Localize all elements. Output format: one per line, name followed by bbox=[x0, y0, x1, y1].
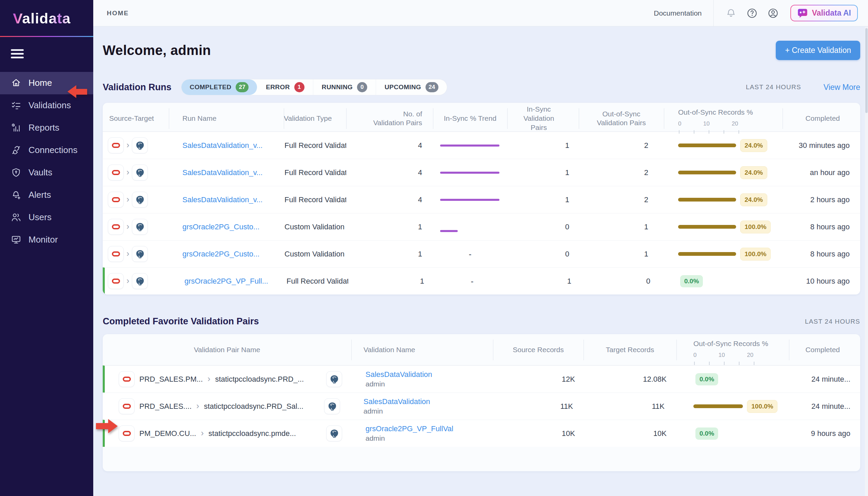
table-row: › grsOracle2PG_VP_Full... Full Record Va… bbox=[103, 267, 860, 294]
topbar-divider bbox=[713, 0, 714, 27]
menu-toggle-button[interactable] bbox=[11, 49, 24, 58]
validation-name-link[interactable]: grsOracle2PG_VP_FullVal bbox=[366, 424, 453, 433]
postgres-icon bbox=[132, 246, 148, 262]
sidebar-item-alerts[interactable]: Alerts bbox=[0, 184, 93, 206]
chevron-right-icon: › bbox=[201, 429, 204, 438]
in-sync-trend-line bbox=[440, 144, 499, 146]
run-name-link[interactable]: SalesDataValidation_v... bbox=[182, 168, 262, 177]
tab-error[interactable]: ERROR 1 bbox=[257, 79, 313, 95]
pair-source: PRD_SALES.... bbox=[139, 402, 192, 411]
column-header: Validation Name bbox=[351, 334, 493, 366]
sidebar-item-monitor[interactable]: Monitor bbox=[0, 229, 93, 251]
target-records: 10K bbox=[585, 420, 678, 447]
sidebar-item-label: Monitor bbox=[29, 234, 58, 245]
column-header: In-Sync Validation Pairs bbox=[507, 103, 579, 134]
sidebar-item-label: Validations bbox=[29, 100, 71, 111]
users-icon bbox=[11, 212, 21, 222]
table-header-row: Validation Pair Name Validation Name Sou… bbox=[103, 334, 860, 366]
validation-type: Custom Validation bbox=[284, 241, 346, 267]
validation-type: Full Record Validation bbox=[284, 132, 346, 159]
tab-upcoming[interactable]: UPCOMING 24 bbox=[376, 79, 447, 95]
sidebar-item-reports[interactable]: Reports bbox=[0, 117, 93, 139]
sidebar-item-users[interactable]: Users bbox=[0, 206, 93, 229]
chevron-right-icon: › bbox=[127, 249, 129, 259]
validation-type: Full Record Validation bbox=[284, 159, 346, 186]
percent-badge: 0.0% bbox=[680, 275, 703, 288]
scrollbar[interactable] bbox=[865, 27, 868, 496]
notifications-button[interactable] bbox=[725, 7, 737, 19]
bell-plus-icon bbox=[11, 190, 21, 200]
tab-completed[interactable]: COMPLETED 27 bbox=[181, 79, 257, 95]
in-sync-count: 1 bbox=[507, 186, 579, 213]
out-of-sync-bar bbox=[678, 252, 736, 256]
out-of-sync-count: 0 bbox=[581, 268, 666, 294]
table-header-row: Source-Target Run Name Validation Type N… bbox=[103, 103, 860, 131]
validation-type: Full Record Validation bbox=[286, 268, 348, 294]
out-of-sync-count: 2 bbox=[579, 132, 664, 159]
table-row: › grsOracle2PG_Custo... Custom Validatio… bbox=[103, 240, 860, 267]
brand-logo: Validata bbox=[0, 0, 93, 27]
in-sync-count: 1 bbox=[507, 132, 579, 159]
view-more-link[interactable]: View More bbox=[824, 83, 860, 92]
account-button[interactable] bbox=[767, 7, 779, 19]
validation-pair-cell: PRD_SALES.PM... › statictpccloadsync.PRD… bbox=[105, 366, 353, 392]
documentation-link[interactable]: Documentation bbox=[654, 9, 702, 17]
checklist-icon bbox=[11, 100, 21, 111]
completed-time: 24 minute... bbox=[789, 393, 860, 420]
completed-time: 9 hours ago bbox=[791, 420, 860, 447]
column-header: Run Name bbox=[169, 103, 284, 134]
pair-target: statictpccloadsync.PRD_Sal... bbox=[204, 402, 303, 411]
validation-pair-cell: PM_DEMO.CU... › statictpccloadsync.pmde.… bbox=[105, 420, 353, 447]
run-name-link[interactable]: grsOracle2PG_Custo... bbox=[182, 222, 259, 231]
percent-badge: 100.0% bbox=[740, 248, 771, 261]
in-sync-count: 0 bbox=[507, 213, 579, 240]
percent-badge: 24.0% bbox=[740, 193, 767, 206]
percent-badge: 0.0% bbox=[695, 428, 718, 440]
pair-target: statictpccloadsync.PRD_... bbox=[215, 375, 304, 384]
scrollbar-thumb[interactable] bbox=[865, 28, 868, 113]
chevron-right-icon: › bbox=[127, 168, 129, 177]
tab-label: RUNNING bbox=[322, 83, 353, 91]
completed-time: 8 hours ago bbox=[783, 241, 860, 267]
pair-source: PRD_SALES.PM... bbox=[139, 375, 203, 384]
help-button[interactable] bbox=[746, 7, 758, 19]
column-header: Out-of-Sync Validation Pairs bbox=[579, 103, 664, 134]
tab-running[interactable]: RUNNING 0 bbox=[313, 79, 376, 95]
pairs-count: 4 bbox=[346, 186, 433, 213]
table-row: PRD_SALES.PM... › statictpccloadsync.PRD… bbox=[103, 366, 860, 392]
run-name-link[interactable]: SalesDataValidation_v... bbox=[182, 196, 262, 204]
shield-icon bbox=[11, 167, 21, 178]
validation-owner: admin bbox=[364, 407, 383, 415]
run-name-link[interactable]: grsOracle2PG_VP_Full... bbox=[184, 277, 268, 286]
home-icon bbox=[11, 78, 21, 88]
sidebar-item-connections[interactable]: Connections bbox=[0, 139, 93, 161]
sidebar: Validata Home Validations Reports Connec… bbox=[0, 0, 93, 496]
column-header: Out-of-Sync Records % 01020 bbox=[664, 103, 783, 134]
run-name-link[interactable]: grsOracle2PG_Custo... bbox=[182, 250, 259, 259]
completed-time: 24 minute... bbox=[791, 366, 860, 392]
validation-name-link[interactable]: SalesDataValidation bbox=[364, 397, 430, 406]
table-row: › SalesDataValidation_v... Full Record V… bbox=[103, 159, 860, 186]
postgres-icon bbox=[132, 165, 148, 181]
column-header: Source-Target bbox=[103, 103, 169, 134]
bell-icon bbox=[725, 7, 737, 19]
source-target-cell: › bbox=[103, 241, 169, 267]
run-name-link[interactable]: SalesDataValidation_v... bbox=[182, 141, 262, 150]
in-sync-count: 0 bbox=[507, 241, 579, 267]
oracle-icon bbox=[108, 219, 124, 235]
chevron-right-icon: › bbox=[127, 141, 129, 150]
pairs-count: 4 bbox=[346, 132, 433, 159]
percent-badge: 100.0% bbox=[747, 400, 777, 413]
create-validation-button[interactable]: + Create Validation bbox=[776, 41, 860, 60]
validation-name-link[interactable]: SalesDataValidation bbox=[366, 370, 432, 379]
chevron-right-icon: › bbox=[127, 195, 129, 205]
in-sync-count: 1 bbox=[507, 159, 579, 186]
records-scale: 01020 bbox=[678, 120, 741, 134]
column-header: No. of Validation Pairs bbox=[346, 103, 433, 134]
favorites-section-title: Completed Favorite Validation Pairs bbox=[103, 316, 259, 327]
sidebar-item-vaults[interactable]: Vaults bbox=[0, 161, 93, 184]
ai-chat-icon bbox=[797, 8, 808, 19]
chevron-right-icon: › bbox=[196, 402, 199, 411]
validata-ai-button[interactable]: Validata AI bbox=[790, 5, 858, 21]
target-records: 11K bbox=[583, 393, 676, 420]
